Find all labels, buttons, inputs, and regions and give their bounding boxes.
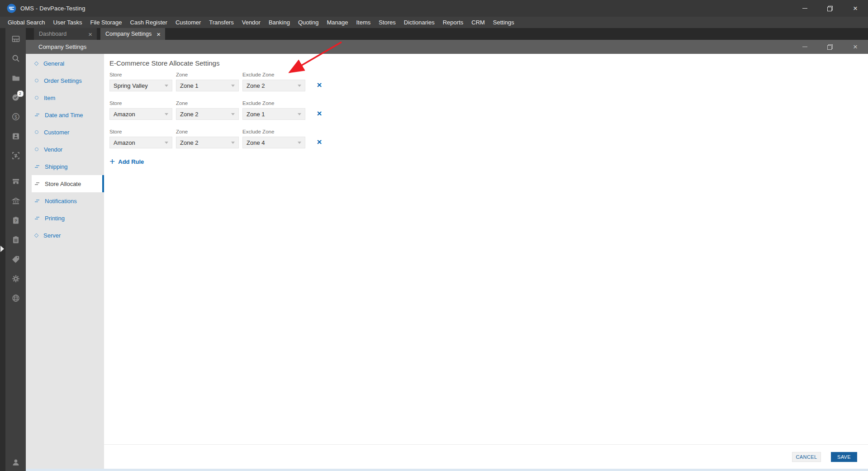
menu-cash-register[interactable]: Cash Register (126, 17, 171, 28)
rule-row: Store Amazon Zone Zone 2 Exclude Zone Zo… (109, 100, 868, 120)
nav-item-label: Store Allocate (45, 181, 81, 187)
store-icon[interactable] (11, 177, 20, 186)
cs-restore-button[interactable] (817, 40, 843, 54)
nav-item-label: Vendor (44, 146, 62, 153)
tasks-check-icon[interactable]: 2 (11, 93, 20, 102)
window-bottom-edge (26, 469, 868, 471)
zone-dropdown[interactable]: Zone 2 (176, 137, 239, 148)
minimize-button[interactable] (792, 0, 817, 17)
settings-nav-panel: General Order Settings Item Date and Tim… (26, 54, 104, 471)
page-title: E-Commerce Store Allocate Settings (109, 59, 868, 67)
store-dropdown[interactable]: Spring Valley (109, 80, 172, 91)
exclude-zone-label: Exclude Zone (242, 129, 305, 134)
exclude-zone-dropdown[interactable]: Zone 4 (242, 137, 305, 148)
close-button[interactable]: × (843, 0, 868, 17)
zone-dropdown[interactable]: Zone 2 (176, 108, 239, 120)
lines-icon (35, 181, 39, 186)
company-settings-window: Company Settings × General Order Setting… (26, 40, 868, 471)
minimize-icon (802, 8, 807, 9)
menu-settings[interactable]: Settings (489, 17, 518, 28)
zone-dropdown[interactable]: Zone 1 (176, 80, 239, 91)
zone-value: Zone 1 (180, 82, 198, 89)
window-controls: × (792, 0, 868, 17)
nav-item-vendor[interactable]: Vendor (26, 141, 104, 158)
menu-user-tasks[interactable]: User Tasks (49, 17, 86, 28)
menu-items[interactable]: Items (352, 17, 375, 28)
nav-item-order-settings[interactable]: Order Settings (26, 72, 104, 89)
app-window: { "titlebar": { "title": "OMS - DevPace-… (0, 0, 868, 471)
plus-icon: + (109, 157, 115, 166)
menu-stores[interactable]: Stores (375, 17, 400, 28)
store-dropdown[interactable]: Amazon (109, 108, 172, 120)
zone-label: Zone (176, 129, 239, 134)
zone-label: Zone (176, 100, 239, 106)
nav-item-notifications[interactable]: Notifications (26, 192, 104, 209)
exclude-zone-value: Zone 4 (247, 139, 265, 146)
chevron-down-icon (298, 85, 301, 87)
globe-icon[interactable] (11, 294, 20, 303)
delete-rule-button[interactable]: × (314, 109, 324, 119)
nav-item-store-allocate[interactable]: Store Allocate (32, 175, 104, 192)
lines-icon (35, 113, 39, 117)
menu-manage[interactable]: Manage (323, 17, 352, 28)
titlebar: OMS - DevPace-Testing × (0, 0, 868, 17)
store-value: Amazon (114, 139, 135, 146)
add-rule-button[interactable]: + Add Rule (109, 157, 868, 166)
bank-icon[interactable] (11, 196, 20, 205)
cs-minimize-button[interactable] (792, 40, 817, 54)
chevron-down-icon (231, 142, 235, 144)
nav-item-shipping[interactable]: Shipping (26, 158, 104, 175)
menu-global-search[interactable]: Global Search (4, 17, 49, 28)
user-icon[interactable] (11, 458, 20, 467)
exclude-zone-field: Exclude Zone Zone 4 (242, 129, 305, 148)
nav-item-customer[interactable]: Customer (26, 124, 104, 141)
search-icon[interactable] (11, 54, 20, 63)
contact-icon[interactable] (11, 132, 20, 141)
scan-transfer-icon[interactable] (11, 151, 20, 160)
lines-icon (35, 199, 39, 203)
folder-icon[interactable] (11, 73, 20, 82)
tab-company-settings[interactable]: Company Settings × (100, 28, 165, 40)
menu-quoting[interactable]: Quoting (294, 17, 323, 28)
delete-rule-button[interactable]: × (314, 80, 324, 90)
tab-company-settings-close-icon[interactable]: × (157, 31, 161, 38)
save-button[interactable]: SAVE (831, 452, 857, 462)
menu-customer[interactable]: Customer (171, 17, 205, 28)
money-icon[interactable]: $ (11, 112, 20, 121)
nav-item-printing[interactable]: Printing (26, 209, 104, 227)
exclude-zone-dropdown[interactable]: Zone 1 (242, 108, 305, 120)
menu-crm[interactable]: CRM (467, 17, 489, 28)
tag-icon[interactable] (11, 255, 20, 264)
cs-close-button[interactable]: × (843, 40, 868, 54)
cancel-button[interactable]: CANCEL (792, 452, 821, 462)
exclude-zone-field: Exclude Zone Zone 2 (242, 72, 305, 91)
svg-text:$: $ (14, 114, 17, 119)
store-field: Store Amazon (109, 129, 172, 148)
menu-reports[interactable]: Reports (439, 17, 468, 28)
delete-rule-button[interactable]: × (314, 137, 324, 147)
store-value: Amazon (114, 111, 135, 118)
menu-file-storage[interactable]: File Storage (86, 17, 126, 28)
nav-item-date-and-time[interactable]: Date and Time (26, 106, 104, 124)
company-settings-title: Company Settings (38, 43, 86, 50)
nav-item-server[interactable]: Server (26, 227, 104, 244)
restore-button[interactable] (817, 0, 843, 17)
gear-icon[interactable] (11, 274, 20, 283)
nav-item-item[interactable]: Item (26, 89, 104, 106)
store-dropdown[interactable]: Amazon (109, 137, 172, 148)
tab-dashboard-close-icon[interactable]: × (88, 31, 92, 38)
menu-bar: Global Search User Tasks File Storage Ca… (0, 17, 868, 28)
menu-transfers[interactable]: Transfers (205, 17, 237, 28)
menu-vendor[interactable]: Vendor (238, 17, 265, 28)
exclude-zone-dropdown[interactable]: Zone 2 (242, 80, 305, 91)
nav-item-general[interactable]: General (26, 55, 104, 72)
clipboard-question-icon[interactable]: ? (11, 216, 20, 225)
menu-banking[interactable]: Banking (265, 17, 294, 28)
tab-bar: Dashboard × Company Settings × (26, 28, 868, 40)
dashboard-icon[interactable] (11, 34, 20, 43)
sidebar-expander-arrow[interactable] (0, 246, 4, 252)
clipboard-list-icon[interactable] (11, 235, 20, 244)
menu-dictionaries[interactable]: Dictionaries (400, 17, 439, 28)
chevron-down-icon (298, 113, 301, 115)
tab-dashboard[interactable]: Dashboard × (34, 28, 97, 40)
